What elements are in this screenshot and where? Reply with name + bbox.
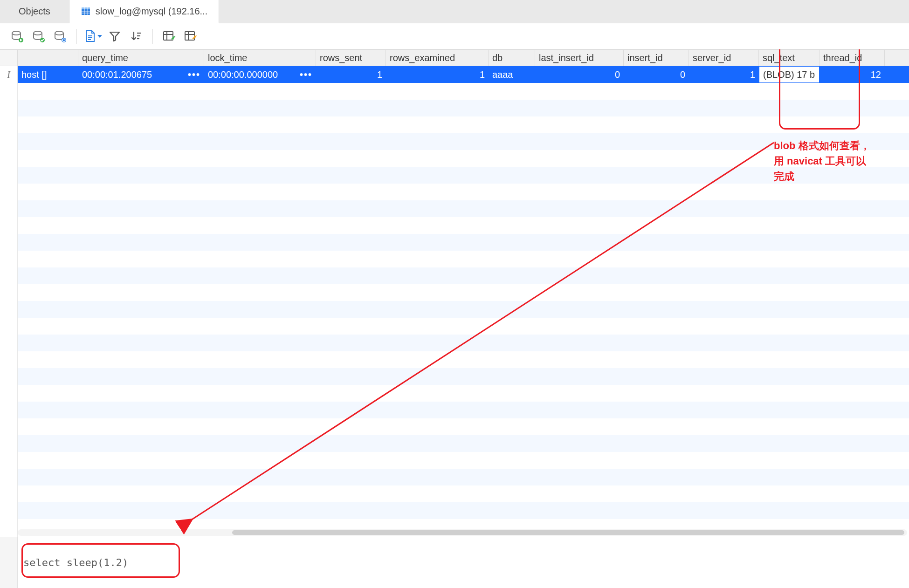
annotation-line: 用 navicat 工具可以	[774, 153, 904, 169]
app-root: Objects slow_log@mysql (192.16...	[0, 0, 909, 588]
value: 00:00:01.200675	[82, 69, 152, 80]
cell-server-id[interactable]: 1	[689, 66, 759, 83]
db-play-button[interactable]	[7, 27, 27, 46]
svg-rect-24	[185, 32, 194, 40]
col-query-time[interactable]: query_time	[78, 50, 204, 66]
svg-line-27	[191, 143, 774, 520]
cell-last-insert-id[interactable]: 0	[535, 66, 624, 83]
cell-db[interactable]: aaaa	[489, 66, 535, 83]
ellipsis-icon: •••	[297, 69, 312, 80]
table-row[interactable]: I host [] 00:00:01.200675 ••• 00:00:00.0…	[0, 66, 909, 83]
horizontal-scrollbar[interactable]	[18, 529, 907, 536]
grid-background	[0, 83, 909, 537]
db-refresh-button[interactable]	[50, 27, 70, 46]
table-icon	[81, 6, 91, 16]
col-thread-id[interactable]: thread_id	[819, 50, 885, 66]
svg-point-6	[12, 31, 21, 35]
doc-button[interactable]	[83, 27, 103, 46]
col-lock-time[interactable]: lock_time	[204, 50, 316, 66]
tab-objects[interactable]: Objects	[0, 0, 69, 23]
col-rows-examined[interactable]: rows_examined	[386, 50, 489, 66]
scrollbar-thumb[interactable]	[232, 530, 904, 535]
cell-lock-time[interactable]: 00:00:00.000000 •••	[204, 66, 316, 83]
col-last-insert-id[interactable]: last_insert_id	[535, 50, 624, 66]
tab-slowlog[interactable]: slow_log@mysql (192.16...	[69, 0, 219, 23]
table-export-button[interactable]	[181, 27, 200, 46]
db-check-button[interactable]	[29, 27, 48, 46]
cell-sql-text[interactable]: (BLOB) 17 b	[759, 66, 819, 83]
tab-bar: Objects slow_log@mysql (192.16...	[0, 0, 909, 23]
annotation-line: 完成	[774, 169, 904, 184]
cell-rows-sent[interactable]: 1	[316, 66, 386, 83]
table-import-button[interactable]	[159, 27, 179, 46]
toolbar-separator	[76, 29, 77, 44]
grid-gutter-head	[0, 50, 18, 66]
svg-point-9	[34, 31, 42, 35]
toolbar	[0, 23, 909, 49]
cell-user-host[interactable]: host []	[18, 66, 78, 83]
cell-rows-examined[interactable]: 1	[386, 66, 489, 83]
filter-button[interactable]	[105, 27, 124, 46]
row-gutter: I	[0, 66, 18, 83]
col-insert-id[interactable]: insert_id	[624, 50, 689, 66]
cell-query-time[interactable]: 00:00:01.200675 •••	[78, 66, 204, 83]
grid-header: query_time lock_time rows_sent rows_exam…	[0, 49, 909, 66]
svg-marker-17	[97, 35, 102, 38]
detail-gutter	[0, 537, 18, 588]
tab-label: slow_log@mysql (192.16...	[96, 6, 207, 17]
detail-panel[interactable]: select sleep(1.2)	[0, 537, 909, 588]
toolbar-separator	[152, 29, 153, 44]
cell-insert-id[interactable]: 0	[624, 66, 689, 83]
detail-sql-text: select sleep(1.2)	[23, 557, 128, 568]
col-user-host[interactable]	[18, 50, 78, 66]
annotation-arrow-icon	[0, 49, 909, 537]
sort-button[interactable]	[126, 27, 146, 46]
detail-panel-wrapper: select sleep(1.2)	[0, 537, 909, 588]
tab-label: Objects	[19, 6, 50, 17]
grid-gutter	[0, 83, 18, 537]
col-rows-sent[interactable]: rows_sent	[316, 50, 386, 66]
col-db[interactable]: db	[489, 50, 535, 66]
svg-point-11	[55, 31, 63, 35]
annotation-line: blob 格式如何查看，	[774, 138, 904, 153]
data-grid[interactable]: query_time lock_time rows_sent rows_exam…	[0, 49, 909, 537]
ellipsis-icon: •••	[185, 69, 200, 80]
cell-thread-id[interactable]: 12	[819, 66, 885, 83]
value: 00:00:00.000000	[208, 69, 278, 80]
col-sql-text[interactable]: sql_text	[759, 50, 819, 66]
svg-rect-1	[82, 7, 90, 9]
annotation-text: blob 格式如何查看， 用 navicat 工具可以 完成	[774, 138, 904, 184]
col-server-id[interactable]: server_id	[689, 50, 759, 66]
